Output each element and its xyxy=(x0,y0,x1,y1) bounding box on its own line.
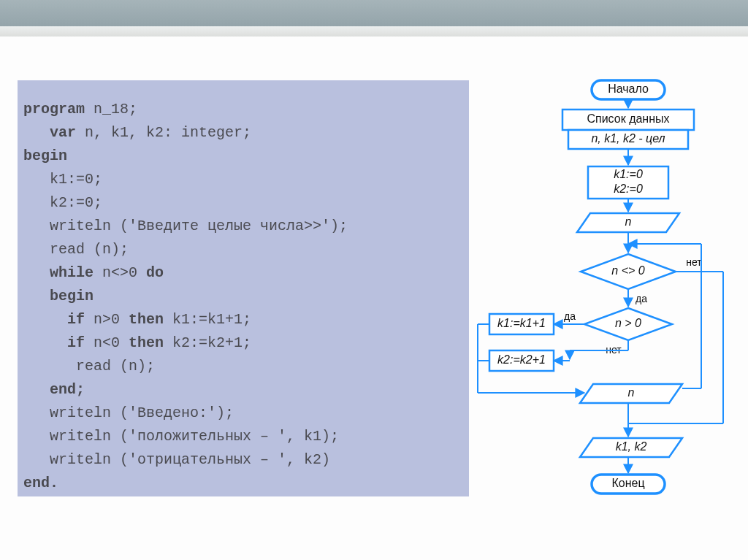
code-line: program n_18; xyxy=(23,98,463,121)
code-line: writeln ('Введено:'); xyxy=(23,402,463,425)
code-line: read (n); xyxy=(23,355,463,378)
code-line: begin xyxy=(23,145,463,168)
header-bar-top xyxy=(0,0,748,26)
flow-start: Начало xyxy=(608,83,649,95)
header-bar-bottom xyxy=(0,26,748,37)
code-line: writeln ('Введите целые числа>>'); xyxy=(23,215,463,238)
flow-in-n1: n xyxy=(625,215,632,228)
flow-cond1: n <> 0 xyxy=(611,264,644,277)
flow-out: k1, k2 xyxy=(616,440,647,453)
flow-init2: k2:=0 xyxy=(614,183,643,195)
flow-yes2: да xyxy=(564,310,576,322)
flow-assign1: k1:=k1+1 xyxy=(497,317,546,329)
code-line: writeln ('положительных – ', k1); xyxy=(23,425,463,448)
flow-assign2: k2:=k2+1 xyxy=(497,353,546,366)
flow-cond2: n > 0 xyxy=(615,317,641,329)
flowchart: Начало Список данных n, k1, k2 - цел k1:… xyxy=(468,73,745,555)
flow-datalist: Список данных xyxy=(587,112,669,125)
code-line: read (n); xyxy=(23,238,463,261)
flow-init1: k1:=0 xyxy=(614,168,643,180)
flow-vars: n, k1, k2 - цел xyxy=(591,132,665,145)
code-line: var n, k1, k2: integer; xyxy=(23,121,463,145)
flow-in-n2: n xyxy=(628,386,635,399)
code-line: while n<>0 do xyxy=(23,261,463,285)
flow-yes1: да xyxy=(636,293,647,304)
code-line: end. xyxy=(23,472,463,495)
code-line: if n>0 then k1:=k1+1; xyxy=(23,308,463,331)
code-line: begin xyxy=(23,285,463,308)
flow-end: Конец xyxy=(611,477,644,489)
code-line: if n<0 then k2:=k2+1; xyxy=(23,331,463,355)
code-line: k2:=0; xyxy=(23,191,463,215)
code-line: end; xyxy=(23,378,463,402)
code-line: k1:=0; xyxy=(23,168,463,191)
code-line: writeln ('отрицательных – ', k2) xyxy=(23,448,463,472)
flow-no1: нет xyxy=(686,256,702,268)
flow-no2: нет xyxy=(606,344,622,356)
code-panel: program n_18; var n, k1, k2: integer; be… xyxy=(18,80,469,496)
